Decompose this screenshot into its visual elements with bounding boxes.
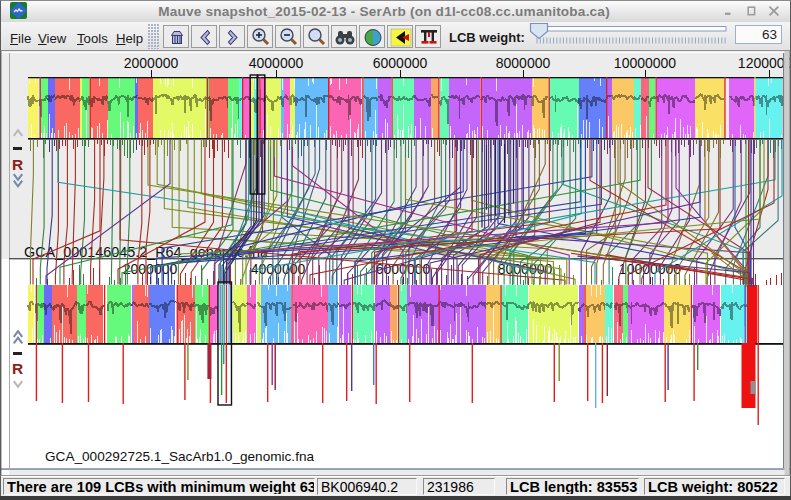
svg-text:6000000: 6000000 (373, 55, 428, 71)
svg-text:2000000: 2000000 (124, 55, 179, 71)
svg-text:10000000: 10000000 (614, 55, 677, 71)
svg-text:4000000: 4000000 (249, 55, 304, 71)
svg-text:GCA_000292725.1_SacArb1.0_geno: GCA_000292725.1_SacArb1.0_genomic.fna (45, 449, 314, 464)
svg-text:R: R (12, 360, 23, 377)
svg-text:8000000: 8000000 (496, 55, 551, 71)
svg-text:R: R (12, 156, 23, 173)
